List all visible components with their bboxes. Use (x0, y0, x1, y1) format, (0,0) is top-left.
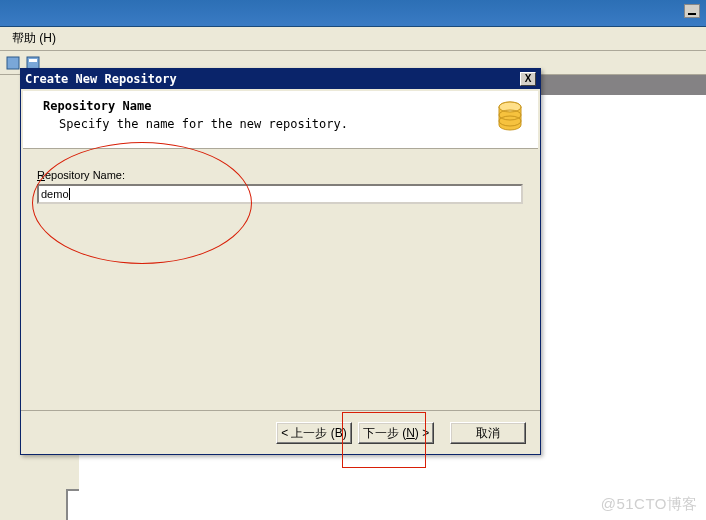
dialog-subheading: Specify the name for the new repository. (59, 117, 524, 131)
menu-help[interactable]: 帮助 (H) (6, 28, 62, 49)
next-button[interactable]: 下一步 (N) > (358, 422, 434, 444)
dialog-header: Repository Name Specify the name for the… (23, 91, 538, 149)
dialog-heading: Repository Name (43, 99, 524, 113)
watermark: @51CTO博客 (601, 495, 698, 514)
database-icon (496, 101, 524, 133)
dialog-titlebar[interactable]: Create New Repository X (21, 69, 540, 89)
create-repository-dialog: Create New Repository X Repository Name … (20, 68, 541, 455)
repository-name-label: Repository Name: (37, 169, 524, 181)
repository-name-value: demo (41, 188, 69, 200)
left-panel-edge (66, 489, 79, 520)
repository-name-input[interactable]: demo (37, 184, 523, 204)
parent-window-titlebar (0, 0, 706, 27)
close-icon[interactable]: X (520, 72, 536, 86)
dialog-title-text: Create New Repository (25, 72, 177, 86)
cancel-button[interactable]: 取消 (450, 422, 526, 444)
menu-bar: 帮助 (H) (0, 27, 706, 51)
minimize-icon[interactable] (684, 4, 700, 18)
text-cursor (69, 188, 70, 200)
dialog-button-row: < 上一步 (B) 下一步 (N) > 取消 (21, 410, 540, 454)
svg-rect-0 (7, 57, 19, 69)
back-button[interactable]: < 上一步 (B) (276, 422, 352, 444)
svg-rect-1 (27, 57, 39, 69)
svg-rect-2 (29, 59, 37, 62)
dialog-body: Repository Name: demo (21, 151, 540, 411)
